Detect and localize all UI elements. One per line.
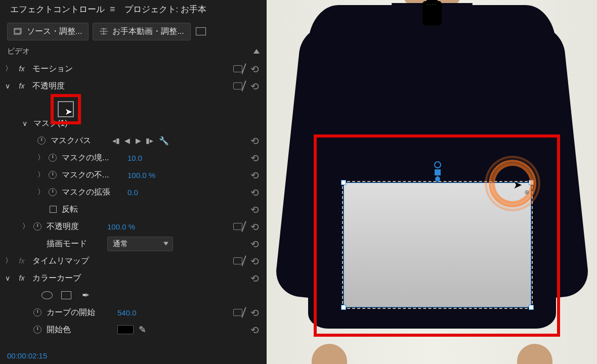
stopwatch-icon[interactable]	[33, 222, 41, 231]
panel-layout-icon[interactable]	[196, 27, 206, 35]
reset-icon[interactable]: ⟲	[250, 307, 262, 318]
reset-icon[interactable]: ⟲	[250, 80, 262, 92]
blend-mode-row[interactable]: 描画モード 通常 ⟲	[0, 235, 267, 252]
effect-time-remap[interactable]: 〉 fx タイムリマップ ⟲	[0, 252, 267, 269]
invert-checkbox[interactable]	[50, 206, 57, 213]
color-swatch[interactable]	[117, 325, 134, 334]
mask-opacity-label: マスクの不...	[62, 170, 122, 180]
prev-kf-icon[interactable]: ◂▮	[111, 136, 120, 145]
stopwatch-icon[interactable]	[33, 326, 41, 334]
reset-icon[interactable]: ⟲	[250, 169, 262, 180]
cursor-icon: ➤	[513, 178, 522, 192]
expand-icon[interactable]: 〉	[37, 170, 44, 179]
tab-project[interactable]: プロジェクト: お手本	[124, 4, 206, 15]
expand-icon[interactable]: ∨	[5, 82, 11, 90]
source-clip-button[interactable]: ソース・調整...	[7, 23, 89, 40]
timecode[interactable]: 00:00:02:15	[7, 351, 47, 360]
next-frame-icon[interactable]: ▶	[134, 136, 143, 145]
stopwatch-icon[interactable]	[33, 308, 41, 316]
reset-icon[interactable]: ⟲	[250, 135, 262, 146]
bypass-icon[interactable]	[232, 307, 245, 318]
reset-icon[interactable]: ⟲	[250, 238, 262, 249]
mask-feather-row[interactable]: 〉 マスクの境... 10.0 ⟲	[0, 149, 267, 166]
mask-opacity-value[interactable]: 100.0 %	[127, 171, 163, 179]
fx-badge[interactable]: fx	[16, 64, 27, 73]
mask-expansion-row[interactable]: 〉 マスクの拡張 0.0 ⟲	[0, 184, 267, 201]
mask-expansion-label: マスクの拡張	[62, 187, 122, 198]
mask-handle-bl[interactable]	[341, 305, 346, 310]
next-kf-icon[interactable]: ▮▸	[145, 136, 154, 145]
prev-frame-icon[interactable]: ◀	[122, 136, 132, 145]
fx-badge-disabled[interactable]: fx	[16, 256, 27, 265]
effect-opacity[interactable]: ∨ fx 不透明度 ⟲	[0, 77, 267, 95]
keyframe-nav: ◂▮ ◀ ▶ ▮▸	[111, 136, 154, 145]
expand-icon[interactable]: 〉	[5, 256, 11, 265]
bypass-icon[interactable]	[232, 80, 245, 92]
target-clip-button[interactable]: お手本動画・調整...	[93, 23, 190, 40]
highlight-rectangle-mask-tool: ➤	[51, 94, 81, 124]
reset-icon[interactable]: ⟲	[250, 324, 262, 335]
cursor-icon: ➤	[65, 106, 72, 117]
mask-handle-br[interactable]	[529, 305, 534, 310]
ellipse-mask-icon[interactable]	[40, 290, 54, 301]
mask-opacity-row[interactable]: 〉 マスクの不... 100.0 % ⟲	[0, 166, 267, 184]
curve-start-label: カーブの開始	[47, 307, 112, 318]
effect-controls-panel: エフェクトコントロール ≡ プロジェクト: お手本 ソース・調整... お手本動…	[0, 0, 267, 364]
rectangle-mask-icon[interactable]	[60, 290, 73, 301]
opacity-prop-row[interactable]: 〉 不透明度 100.0 % ⟲	[0, 218, 267, 235]
mask-expansion-value[interactable]: 0.0	[127, 188, 163, 197]
expand-icon[interactable]: 〉	[22, 222, 28, 231]
reset-icon[interactable]: ⟲	[250, 255, 262, 266]
stopwatch-icon[interactable]	[49, 171, 57, 179]
section-video-header[interactable]: ビデオ	[0, 44, 267, 60]
opacity-prop-label: 不透明度	[47, 221, 102, 232]
source-icon	[14, 28, 23, 35]
reset-icon[interactable]: ⟲	[250, 272, 262, 284]
effect-motion[interactable]: 〉 fx モーション ⟲	[0, 60, 267, 77]
stopwatch-icon[interactable]	[37, 136, 46, 145]
panel-menu-icon[interactable]: ≡	[110, 4, 115, 15]
eyedropper-icon[interactable]: ✎	[139, 324, 146, 335]
fx-badge[interactable]: fx	[16, 274, 27, 283]
click-indicator	[485, 156, 540, 211]
pen-mask-icon[interactable]: ✒	[79, 290, 92, 301]
reset-icon[interactable]: ⟲	[250, 187, 262, 198]
blend-mode-value: 通常	[113, 239, 128, 248]
collapse-icon[interactable]	[253, 49, 260, 54]
curve-start-value[interactable]: 540.0	[117, 308, 153, 317]
expand-icon[interactable]: 〉	[37, 188, 44, 197]
fx-badge[interactable]: fx	[16, 81, 27, 90]
wrench-icon[interactable]: 🔧	[159, 136, 169, 146]
panel-tabs: エフェクトコントロール ≡ プロジェクト: お手本	[0, 0, 267, 18]
effect-color-curve[interactable]: ∨ fx カラーカーブ ⟲	[0, 269, 267, 287]
tab-effect-controls[interactable]: エフェクトコントロール ≡	[10, 4, 115, 15]
expand-icon[interactable]: ∨	[22, 119, 28, 127]
reset-icon[interactable]: ⟲	[250, 63, 262, 74]
mask-invert-row[interactable]: 反転 ⟲	[0, 201, 267, 218]
opacity-value[interactable]: 100.0 %	[107, 222, 143, 231]
blend-mode-select[interactable]: 通常	[107, 237, 173, 251]
start-color-row[interactable]: 開始色 ✎ ⟲	[0, 321, 267, 338]
curve-start-row[interactable]: カーブの開始 540.0 ⟲	[0, 304, 267, 321]
mask-handle-tl[interactable]	[341, 180, 346, 185]
stopwatch-icon[interactable]	[49, 188, 57, 196]
mask-path-label: マスクパス	[51, 135, 106, 146]
bypass-icon[interactable]	[232, 255, 245, 266]
expand-icon[interactable]: 〉	[37, 153, 44, 162]
reset-icon[interactable]: ⟲	[250, 204, 262, 215]
reset-icon[interactable]: ⟲	[250, 152, 262, 163]
source-clip-label: ソース・調整...	[27, 26, 82, 37]
stopwatch-icon[interactable]	[49, 154, 57, 162]
color-curve-mask-tools: ✒	[0, 287, 267, 304]
expand-icon[interactable]: ∨	[5, 274, 11, 282]
motion-label: モーション	[32, 64, 227, 74]
reset-icon[interactable]: ⟲	[250, 221, 262, 232]
mask-path-row[interactable]: マスクパス ◂▮ ◀ ▶ ▮▸ 🔧 ⟲	[0, 132, 267, 149]
mask-feather-label: マスクの境...	[62, 153, 122, 163]
mask-1[interactable]: ∨ マスク(1)	[0, 115, 267, 132]
bypass-icon[interactable]	[232, 221, 245, 232]
bypass-icon[interactable]	[232, 63, 245, 74]
mask-feather-value[interactable]: 10.0	[127, 154, 163, 162]
program-monitor[interactable]: ➤	[267, 0, 597, 364]
expand-icon[interactable]: 〉	[5, 64, 11, 73]
